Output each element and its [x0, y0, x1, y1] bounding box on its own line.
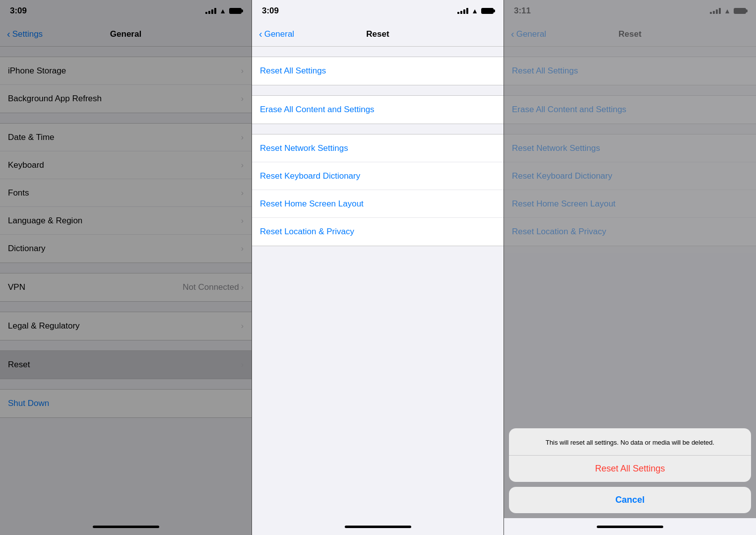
- label-reset-network: Reset Network Settings: [260, 143, 348, 153]
- section-r3-2: Erase All Content and Settings: [504, 95, 756, 124]
- chevron-icon-dt: ›: [241, 133, 244, 142]
- status-icons-1: ▲: [205, 7, 242, 15]
- label-shutdown: Shut Down: [8, 399, 49, 408]
- settings-list-1: iPhone Storage › Background App Refresh …: [0, 47, 252, 518]
- signal-icon-2: [457, 8, 468, 14]
- row-reset-all[interactable]: Reset All Settings: [252, 57, 504, 85]
- row-iphone-storage[interactable]: iPhone Storage ›: [0, 57, 252, 85]
- section-reset-options: Reset All Settings: [252, 57, 504, 85]
- label-language: Language & Region: [8, 216, 82, 226]
- chevron-icon-reset: ›: [241, 360, 244, 369]
- status-icons-2: ▲: [457, 7, 494, 15]
- nav-title-2: Reset: [366, 29, 389, 39]
- row-right-storage: ›: [241, 67, 244, 75]
- status-time-3: 3:11: [514, 6, 531, 16]
- back-chevron-icon-1: ‹: [7, 28, 10, 40]
- row-shutdown[interactable]: Shut Down: [0, 390, 252, 417]
- label-reset-home: Reset Home Screen Layout: [260, 199, 364, 209]
- row-erase-all[interactable]: Erase All Content and Settings: [252, 96, 504, 124]
- section-gap-4: [0, 302, 252, 312]
- value-vpn: Not Connected: [183, 282, 239, 292]
- row-keyboard[interactable]: Keyboard ›: [0, 151, 252, 179]
- dialog-cancel-button[interactable]: Cancel: [509, 487, 751, 513]
- battery-icon-3: [734, 8, 746, 14]
- home-bar-1: [93, 526, 159, 528]
- status-icons-3: ▲: [710, 7, 746, 15]
- section-network-kd: Reset Network Settings Reset Keyboard Di…: [252, 134, 504, 246]
- label-r3-network: Reset Network Settings: [512, 143, 600, 153]
- row-reset[interactable]: Reset ›: [0, 351, 252, 379]
- section-shutdown: Shut Down: [0, 389, 252, 418]
- label-vpn: VPN: [8, 282, 25, 292]
- home-indicator-2: [252, 518, 504, 535]
- sg-r3-2: [504, 85, 756, 95]
- chevron-icon-legal: ›: [241, 322, 244, 331]
- section-storage-1: iPhone Storage › Background App Refresh …: [0, 57, 252, 113]
- label-r3-home: Reset Home Screen Layout: [512, 199, 616, 209]
- section-gap-top-2: [252, 47, 504, 57]
- label-r3-location: Reset Location & Privacy: [512, 227, 606, 237]
- status-bar-2: 3:09 ▲: [252, 0, 504, 22]
- row-right-legal: ›: [241, 322, 244, 331]
- nav-back-label-3: General: [516, 29, 546, 39]
- row-background-refresh[interactable]: Background App Refresh ›: [0, 85, 252, 113]
- chevron-icon-dict: ›: [241, 244, 244, 253]
- row-right-vpn: Not Connected ›: [183, 282, 244, 292]
- status-time-1: 3:09: [10, 6, 27, 16]
- home-indicator-3: [504, 518, 756, 535]
- label-dictionary: Dictionary: [8, 244, 46, 254]
- row-right-lang: ›: [241, 216, 244, 225]
- row-right-dict: ›: [241, 244, 244, 253]
- row-language[interactable]: Language & Region ›: [0, 207, 252, 235]
- section-r3-1: Reset All Settings: [504, 57, 756, 85]
- section-erase: Erase All Content and Settings: [252, 95, 504, 124]
- section-gap-2: [0, 113, 252, 123]
- row-reset-network[interactable]: Reset Network Settings: [252, 134, 504, 162]
- label-iphone-storage: iPhone Storage: [8, 66, 66, 76]
- label-r3-keyboard: Reset Keyboard Dictionary: [512, 171, 612, 181]
- chevron-icon-bg: ›: [241, 94, 244, 103]
- row-right-dt: ›: [241, 133, 244, 142]
- section-gap-bottom-1: [0, 418, 252, 438]
- nav-back-2[interactable]: ‹ General: [259, 28, 294, 40]
- label-erase-all: Erase All Content and Settings: [260, 105, 375, 115]
- status-bar-1: 3:09 ▲: [0, 0, 252, 22]
- settings-list-2: Reset All Settings Erase All Content and…: [252, 47, 504, 518]
- row-date-time[interactable]: Date & Time ›: [0, 124, 252, 151]
- label-date-time: Date & Time: [8, 133, 55, 142]
- row-legal[interactable]: Legal & Regulatory ›: [0, 312, 252, 340]
- nav-title-3: Reset: [619, 29, 641, 39]
- label-background-refresh: Background App Refresh: [8, 94, 102, 104]
- section-reset-1: Reset ›: [0, 350, 252, 379]
- battery-icon-2: [481, 8, 494, 14]
- row-left-bg: Background App Refresh: [8, 94, 102, 104]
- section-gap-r3: [252, 124, 504, 134]
- nav-back-1[interactable]: ‹ Settings: [7, 28, 43, 40]
- home-bar-3: [597, 526, 663, 528]
- row-reset-location[interactable]: Reset Location & Privacy: [252, 218, 504, 246]
- panel3: 3:11 ▲ ‹ General Reset Reset All Setting…: [504, 0, 756, 535]
- label-reset-keyboard-dict: Reset Keyboard Dictionary: [260, 171, 360, 181]
- row-reset-keyboard[interactable]: Reset Keyboard Dictionary: [252, 162, 504, 190]
- section-gap-top-3: [504, 47, 756, 57]
- wifi-icon-1: ▲: [219, 7, 226, 15]
- wifi-icon-3: ▲: [724, 7, 731, 15]
- row-right-fonts: ›: [241, 189, 244, 198]
- chevron-icon-storage: ›: [241, 67, 244, 75]
- chevron-icon-fonts: ›: [241, 189, 244, 198]
- label-keyboard: Keyboard: [8, 160, 44, 170]
- section-gap-6: [0, 379, 252, 389]
- row-fonts[interactable]: Fonts ›: [0, 179, 252, 207]
- chevron-icon-kb: ›: [241, 161, 244, 170]
- section-gap-top-1: [0, 47, 252, 57]
- nav-back-3: ‹ General: [511, 28, 546, 40]
- label-r3-erase: Erase All Content and Settings: [512, 105, 627, 115]
- label-reset: Reset: [8, 360, 30, 370]
- dialog-reset-action[interactable]: Reset All Settings: [509, 456, 751, 482]
- section-gap-r2: [252, 85, 504, 95]
- row-r3-reset-all: Reset All Settings: [504, 57, 756, 85]
- row-dictionary[interactable]: Dictionary ›: [0, 235, 252, 263]
- row-reset-home[interactable]: Reset Home Screen Layout: [252, 190, 504, 218]
- row-vpn[interactable]: VPN Not Connected ›: [0, 273, 252, 301]
- label-fonts: Fonts: [8, 188, 29, 198]
